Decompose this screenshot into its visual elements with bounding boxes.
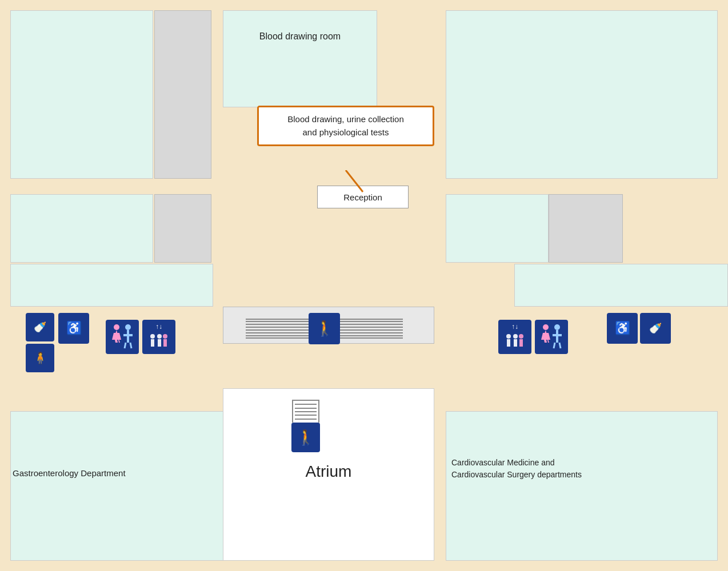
tooltip-blood-drawing: Blood drawing, urine collection and phys… xyxy=(257,106,434,146)
person-icon: 🧍 xyxy=(26,344,54,372)
right-icons-top: ♿ 🍼 xyxy=(607,313,671,344)
baby-icon: 🍼 xyxy=(26,313,54,341)
room-gastroenterology xyxy=(10,411,225,561)
svg-point-3 xyxy=(150,334,155,339)
tooltip-text: Blood drawing, urine collection and phys… xyxy=(287,114,403,137)
cardiovascular-label: Cardiovascular Medicine and Cardiovascul… xyxy=(451,457,709,481)
tooltip-arrow xyxy=(340,170,386,193)
atrium-label: Atrium xyxy=(223,463,434,481)
map-container: Blood drawing room Gastroenterology Depa… xyxy=(0,0,728,571)
escalator-icon-center: 🚶 xyxy=(309,313,340,344)
elevator-icon-left: ↑↓ xyxy=(142,320,175,354)
room-mid-left-top xyxy=(10,194,153,263)
restroom-icon-right xyxy=(535,320,568,354)
svg-point-10 xyxy=(554,324,560,330)
svg-line-0 xyxy=(346,170,363,192)
wheelchair-icon-left: ♿ xyxy=(58,313,89,344)
room-mid-right-bottom xyxy=(514,264,728,307)
restroom-icon-left xyxy=(106,320,139,354)
right-elevator-restroom: ↑↓ xyxy=(498,320,568,354)
atrium-escalator-icon: 🚶 xyxy=(291,400,320,452)
svg-point-7 xyxy=(513,334,518,339)
gastroenterology-label: Gastroenterology Department xyxy=(13,468,218,478)
room-cardiovascular xyxy=(446,411,718,561)
svg-point-6 xyxy=(506,334,511,339)
svg-point-8 xyxy=(519,334,523,339)
elevator-icon-right: ↑↓ xyxy=(498,320,531,354)
svg-point-1 xyxy=(114,324,119,330)
room-top-left xyxy=(10,10,153,179)
reception-label: Reception xyxy=(343,192,382,202)
room-mid-left-bottom xyxy=(10,264,213,307)
svg-point-4 xyxy=(157,334,162,339)
room-blood-drawing xyxy=(223,10,377,107)
room-mid-right-gray xyxy=(549,194,623,263)
blood-drawing-label: Blood drawing room xyxy=(226,31,374,42)
center-escalator: 🚶 xyxy=(246,313,403,344)
svg-point-2 xyxy=(125,324,131,330)
room-top-right xyxy=(446,10,718,179)
room-mid-left-gray xyxy=(154,194,211,263)
room-top-left-gray xyxy=(154,10,211,179)
room-mid-right-top xyxy=(446,194,549,263)
svg-point-5 xyxy=(163,334,167,339)
svg-point-9 xyxy=(543,324,549,330)
left-icons-col1: 🍼 🧍 xyxy=(26,313,54,372)
wheelchair-icon-right: ♿ xyxy=(607,313,638,344)
left-restroom-elevator: ↑↓ xyxy=(106,320,175,354)
baby-icon-right: 🍼 xyxy=(640,313,671,344)
